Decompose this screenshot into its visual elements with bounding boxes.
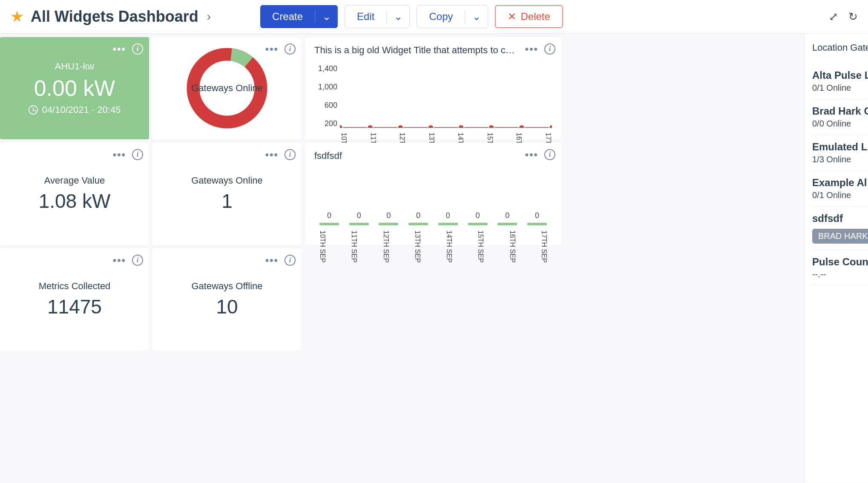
info-icon[interactable]: i xyxy=(544,43,555,55)
sidebar-item[interactable]: Brad Hark O0/0 Online xyxy=(812,99,868,135)
widget-gateways-online: ••• i Gateways Online 1 xyxy=(152,143,302,245)
sidebar-badge[interactable]: BRAD HARK O xyxy=(812,229,868,244)
create-dropdown-icon[interactable]: ⌄ xyxy=(315,11,338,23)
sidebar-item-sub: 1/3 Online xyxy=(812,155,868,164)
kpi-value: 1.08 kW xyxy=(39,190,111,213)
more-icon[interactable]: ••• xyxy=(113,43,126,55)
widget-grid: ••• i AHU1-kw 0.00 kW 04/10/2021 - 20:45… xyxy=(0,34,804,483)
svg-point-5 xyxy=(428,125,434,128)
info-icon[interactable]: i xyxy=(285,149,296,160)
kpi-label: Gateways Offline xyxy=(191,281,262,292)
kpi-value: 11475 xyxy=(47,295,102,318)
bar-chart: 00000000 10TH SEP11TH SEP12TH SEP13TH SE… xyxy=(314,174,552,247)
kpi-label: Gateways Online xyxy=(191,175,263,186)
more-icon[interactable]: ••• xyxy=(525,43,538,55)
kpi-label: Metrics Collected xyxy=(39,281,111,292)
sidebar-item-name: Pulse Coun xyxy=(812,256,868,268)
refresh-icon[interactable]: ↻ xyxy=(848,10,858,23)
sidebar-item[interactable]: sdfsdfBRAD HARK O xyxy=(812,207,868,250)
header: ★ All Widgets Dashboard › Create ⌄ Edit … xyxy=(0,0,868,34)
page-title: All Widgets Dashboard xyxy=(31,8,198,26)
sidebar-item-sub: 0/0 Online xyxy=(812,119,868,129)
widget-barchart: ••• i fsdfsdf 00000000 10TH SEP11TH SEP1… xyxy=(305,143,561,245)
kpi-timestamp: 04/10/2021 - 20:45 xyxy=(29,104,121,115)
sidebar-item[interactable]: Alta Pulse L0/1 Online xyxy=(812,63,868,99)
svg-point-7 xyxy=(489,125,494,128)
delete-button-label: Delete xyxy=(520,11,550,23)
sidebar-item[interactable]: Pulse Coun--.-- xyxy=(812,250,868,286)
more-icon[interactable]: ••• xyxy=(113,149,126,161)
more-icon[interactable]: ••• xyxy=(265,254,279,266)
create-button[interactable]: Create ⌄ xyxy=(260,5,338,28)
more-icon[interactable]: ••• xyxy=(265,43,279,55)
sidebar-item[interactable]: Emulated L1/3 Online xyxy=(812,135,868,171)
widget-title: This is a big old Widget Title that atte… xyxy=(314,45,519,56)
line-chart: 1,4001,000600200 10TH SEP11TH SEP12TH SE… xyxy=(314,64,552,141)
kpi-value: 10 xyxy=(216,295,238,318)
sidebar-item-name: Brad Hark O xyxy=(812,105,868,117)
toolbar: Create ⌄ Edit ⌄ Copy ⌄ ✕ Delete xyxy=(260,5,563,28)
kpi-value: 0.00 kW xyxy=(34,75,115,101)
svg-point-9 xyxy=(549,125,552,128)
sidebar-item-sub: 0/1 Online xyxy=(812,190,868,200)
more-icon[interactable]: ••• xyxy=(113,254,126,266)
more-icon[interactable]: ••• xyxy=(525,149,538,161)
donut-label: Gateways Online xyxy=(191,82,263,95)
widget-linechart: ••• i This is a big old Widget Title tha… xyxy=(305,37,561,139)
edit-dropdown-icon[interactable]: ⌄ xyxy=(386,11,409,23)
info-icon[interactable]: i xyxy=(132,149,143,160)
sidebar: Location Gatew Alta Pulse L0/1 OnlineBra… xyxy=(804,34,868,483)
copy-button[interactable]: Copy ⌄ xyxy=(417,5,488,28)
widget-ahu: ••• i AHU1-kw 0.00 kW 04/10/2021 - 20:45 xyxy=(0,37,149,139)
svg-point-4 xyxy=(397,125,403,128)
copy-button-label: Copy xyxy=(417,11,465,23)
info-icon[interactable]: i xyxy=(544,149,555,160)
svg-point-2 xyxy=(340,125,343,128)
chevron-right-icon[interactable]: › xyxy=(207,10,211,23)
sidebar-item-name: sdfsdf xyxy=(812,213,868,224)
svg-point-6 xyxy=(458,125,464,128)
close-icon: ✕ xyxy=(508,11,516,23)
sidebar-title: Location Gatew xyxy=(812,42,868,53)
widget-average: ••• i Average Value 1.08 kW xyxy=(0,143,149,245)
info-icon[interactable]: i xyxy=(132,43,143,55)
edit-button[interactable]: Edit ⌄ xyxy=(345,5,410,28)
info-icon[interactable]: i xyxy=(285,43,296,55)
kpi-label: Average Value xyxy=(44,175,105,186)
sidebar-item-name: Example Al xyxy=(812,177,868,189)
sidebar-item-sub: 0/1 Online xyxy=(812,83,868,93)
widget-title: fsdfsdf xyxy=(314,150,519,161)
kpi-value: 1 xyxy=(221,190,233,213)
content: ••• i AHU1-kw 0.00 kW 04/10/2021 - 20:45… xyxy=(0,34,868,483)
svg-point-3 xyxy=(367,125,373,128)
kpi-label: AHU1-kw xyxy=(55,61,95,72)
copy-dropdown-icon[interactable]: ⌄ xyxy=(465,11,488,23)
expand-icon[interactable]: ⤢ xyxy=(829,10,838,23)
sidebar-item-name: Emulated L xyxy=(812,141,868,153)
create-button-label: Create xyxy=(260,11,315,23)
edit-button-label: Edit xyxy=(345,11,386,23)
sidebar-item[interactable]: Example Al0/1 Online xyxy=(812,171,868,207)
more-icon[interactable]: ••• xyxy=(265,149,279,161)
header-right: ⤢ ↻ xyxy=(829,10,858,23)
svg-point-8 xyxy=(519,125,525,128)
clock-icon xyxy=(29,105,38,115)
info-icon[interactable]: i xyxy=(132,255,143,266)
sidebar-item-name: Alta Pulse L xyxy=(812,69,868,81)
widget-gateways-donut: ••• i Gateways Online xyxy=(152,37,302,139)
delete-button[interactable]: ✕ Delete xyxy=(495,5,563,28)
widget-gateways-offline: ••• i Gateways Offline 10 xyxy=(152,248,302,351)
star-icon[interactable]: ★ xyxy=(10,8,24,26)
info-icon[interactable]: i xyxy=(285,255,296,266)
widget-metrics: ••• i Metrics Collected 11475 xyxy=(0,248,149,351)
sidebar-item-sub: --.-- xyxy=(812,270,868,279)
